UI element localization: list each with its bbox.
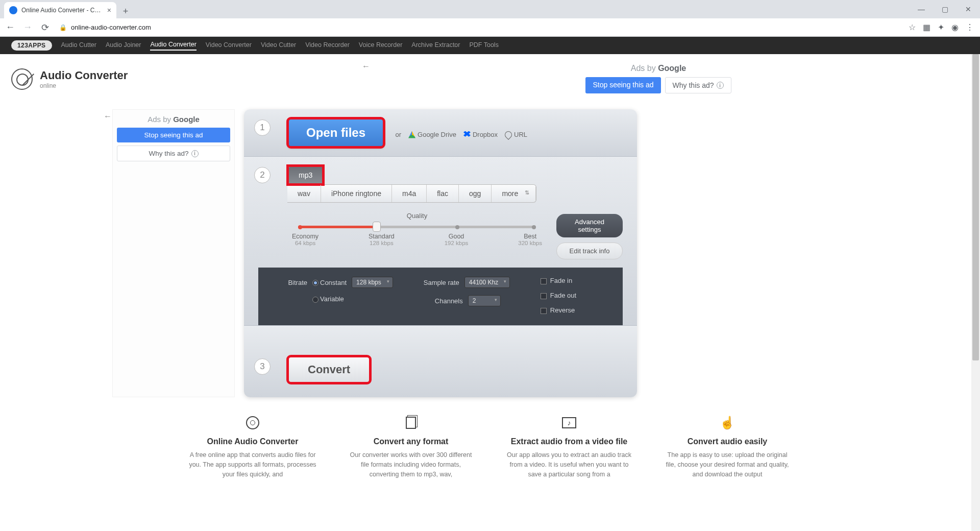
fade-in-checkbox[interactable]: Fade in bbox=[541, 277, 576, 284]
back-icon[interactable]: ← bbox=[4, 22, 16, 33]
scrollbar-thumb[interactable] bbox=[972, 54, 979, 360]
channels-select[interactable]: 2 bbox=[468, 295, 501, 306]
or-label: or bbox=[395, 131, 401, 138]
favicon bbox=[9, 6, 17, 14]
profile-icon[interactable]: ◉ bbox=[951, 22, 959, 32]
new-tab-button[interactable]: + bbox=[118, 4, 133, 18]
ads-by-label: Ads by Google bbox=[366, 64, 951, 73]
step-number: 2 bbox=[254, 167, 271, 183]
site-navbar: 123APPS Audio Cutter Audio Joiner Audio … bbox=[0, 37, 980, 54]
stop-ad-button[interactable]: Stop seeing this ad bbox=[117, 128, 230, 142]
side-ad-panel: ← Ads by Google Stop seeing this ad Why … bbox=[112, 109, 235, 397]
step-number: 1 bbox=[254, 119, 271, 136]
advanced-settings-button[interactable]: Advanced settings bbox=[556, 214, 623, 237]
url-link[interactable]: URL bbox=[505, 131, 527, 138]
nav-audio-joiner[interactable]: Audio Joiner bbox=[106, 41, 141, 50]
url-field[interactable]: 🔒 online-audio-converter.com bbox=[56, 23, 903, 31]
files-icon bbox=[347, 415, 475, 431]
pointer-icon: ☝ bbox=[664, 415, 791, 431]
stop-ad-button[interactable]: Stop seeing this ad bbox=[585, 77, 660, 93]
bitrate-constant-radio[interactable]: Constant bbox=[312, 279, 347, 286]
extension-icon[interactable]: ▦ bbox=[923, 22, 930, 32]
format-tab-wav[interactable]: wav bbox=[287, 185, 321, 202]
why-ad-button[interactable]: Why this ad?i bbox=[665, 77, 731, 93]
nav-audio-converter[interactable]: Audio Converter bbox=[150, 41, 196, 51]
nav-video-cutter[interactable]: Video Cutter bbox=[261, 41, 296, 50]
dropbox-link[interactable]: Dropbox bbox=[463, 131, 498, 138]
page-title: Audio Converter bbox=[40, 69, 128, 82]
feature-card: Online Audio Converter A free online app… bbox=[189, 415, 316, 479]
bitrate-select[interactable]: 128 kbps bbox=[352, 277, 393, 288]
dropbox-icon bbox=[463, 131, 471, 138]
quality-scale-labels: Economy64 kbps Standard128 kbps Good192 … bbox=[292, 233, 542, 246]
feature-desc: Our app allows you to extract an audio t… bbox=[505, 450, 633, 479]
quality-slider[interactable] bbox=[298, 224, 536, 230]
tab-title: Online Audio Converter - Conve bbox=[21, 7, 103, 14]
link-icon bbox=[503, 130, 513, 140]
feature-title: Convert any format bbox=[347, 437, 475, 446]
info-icon: i bbox=[717, 82, 724, 89]
channels-label: Channels bbox=[424, 297, 463, 305]
sample-rate-select[interactable]: 44100 Khz bbox=[464, 277, 510, 288]
nav-voice-recorder[interactable]: Voice Recorder bbox=[359, 41, 402, 50]
disc-icon bbox=[189, 415, 316, 431]
reload-icon[interactable]: ⟳ bbox=[39, 22, 51, 33]
ads-by-label: Ads by Google bbox=[117, 115, 230, 124]
fade-out-checkbox[interactable]: Fade out bbox=[541, 292, 576, 299]
convert-button[interactable]: Convert bbox=[288, 356, 370, 383]
nav-archive-extractor[interactable]: Archive Extractor bbox=[411, 41, 460, 50]
close-tab-icon[interactable]: × bbox=[107, 6, 111, 14]
browser-tab-strip: Online Audio Converter - Conve × + — ▢ ✕ bbox=[0, 0, 980, 18]
format-tab-mp3[interactable]: mp3 bbox=[288, 166, 323, 184]
nav-video-converter[interactable]: Video Converter bbox=[206, 41, 252, 50]
address-bar: ← → ⟳ 🔒 online-audio-converter.com ☆ ▦ ✦… bbox=[0, 18, 980, 37]
feature-card: ☝ Convert audio easily The app is easy t… bbox=[664, 415, 791, 479]
site-logo[interactable]: 123APPS bbox=[11, 40, 52, 51]
format-tab-m4a[interactable]: m4a bbox=[392, 185, 427, 202]
browser-tab[interactable]: Online Audio Converter - Conve × bbox=[4, 2, 116, 18]
format-tab-flac[interactable]: flac bbox=[427, 185, 459, 202]
google-drive-link[interactable]: Google Drive bbox=[408, 131, 456, 138]
minimize-icon[interactable]: — bbox=[910, 0, 933, 18]
edit-track-info-button[interactable]: Edit track info bbox=[556, 243, 623, 259]
close-window-icon[interactable]: ✕ bbox=[957, 0, 980, 18]
feature-card: ♪ Extract audio from a video file Our ap… bbox=[505, 415, 633, 479]
why-ad-button[interactable]: Why this ad?i bbox=[117, 146, 230, 161]
google-drive-icon bbox=[408, 131, 415, 138]
bitrate-label: Bitrate bbox=[279, 279, 307, 286]
feature-card: Convert any format Our converter works w… bbox=[347, 415, 475, 479]
menu-icon[interactable]: ⋮ bbox=[966, 22, 974, 32]
slider-handle[interactable] bbox=[373, 222, 381, 232]
step-number: 3 bbox=[254, 358, 271, 375]
format-mp3-highlight: mp3 bbox=[288, 166, 323, 184]
step-3: 3 Convert bbox=[244, 326, 637, 397]
open-files-button[interactable]: Open files bbox=[288, 118, 384, 147]
feature-desc: Our converter works with over 300 differ… bbox=[347, 450, 475, 479]
feature-title: Convert audio easily bbox=[664, 437, 791, 446]
nav-audio-cutter[interactable]: Audio Cutter bbox=[61, 41, 96, 50]
feature-title: Extract audio from a video file bbox=[505, 437, 633, 446]
forward-icon: → bbox=[21, 22, 34, 33]
close-ad-icon[interactable]: ← bbox=[104, 112, 112, 121]
format-tab-more[interactable]: more bbox=[492, 185, 536, 202]
nav-video-recorder[interactable]: Video Recorder bbox=[305, 41, 350, 50]
features-row: Online Audio Converter A free online app… bbox=[0, 397, 980, 484]
music-note-icon: ♪ bbox=[505, 415, 633, 431]
maximize-icon[interactable]: ▢ bbox=[933, 0, 957, 18]
puzzle-icon[interactable]: ✦ bbox=[938, 22, 944, 32]
lock-icon: 🔒 bbox=[59, 24, 67, 31]
brand-header: Audio Converter online bbox=[0, 54, 357, 90]
nav-pdf-tools[interactable]: PDF Tools bbox=[469, 41, 498, 50]
source-links: or Google Drive Dropbox URL bbox=[395, 131, 527, 138]
star-icon[interactable]: ☆ bbox=[909, 22, 916, 32]
sample-rate-label: Sample rate bbox=[424, 279, 459, 286]
format-tab-iphone[interactable]: iPhone ringtone bbox=[321, 185, 392, 202]
brand-icon bbox=[11, 68, 33, 90]
format-tab-ogg[interactable]: ogg bbox=[459, 185, 492, 202]
step-2: 2 mp3 wav iPhone ringtone m4a flac ogg m… bbox=[244, 157, 637, 326]
reverse-checkbox[interactable]: Reverse bbox=[541, 306, 576, 314]
info-icon: i bbox=[191, 150, 199, 157]
close-ad-icon[interactable]: ← bbox=[362, 62, 370, 71]
bitrate-variable-radio[interactable]: Variable bbox=[312, 295, 344, 303]
top-ad-banner: ← Ads by Google Stop seeing this ad Why … bbox=[357, 59, 960, 101]
